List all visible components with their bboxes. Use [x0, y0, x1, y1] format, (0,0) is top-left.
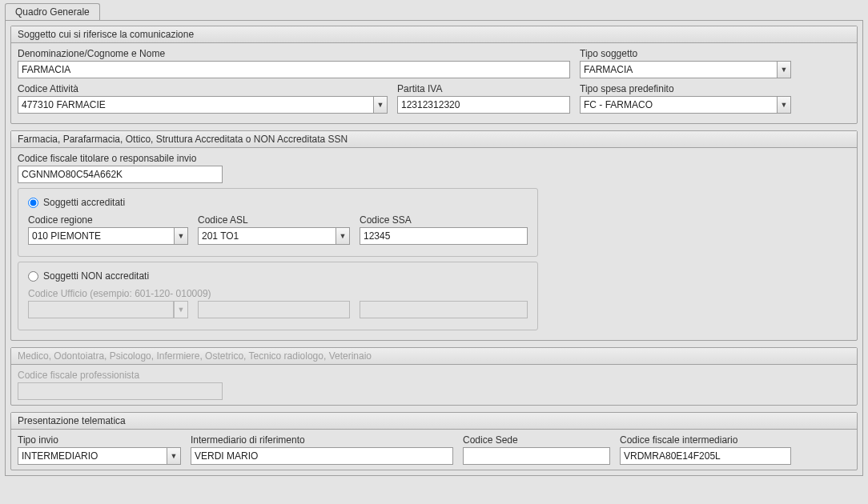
section-presentazione-title: Presentazione telematica: [11, 413, 857, 430]
section-medico: Medico, Odontoiatra, Psicologo, Infermie…: [10, 347, 858, 406]
tab-strip: Quadro Generale: [0, 0, 868, 20]
main-panel: Soggetto cui si riferisce la comunicazio…: [5, 20, 863, 476]
partita-iva-label: Partita IVA: [397, 83, 570, 94]
codice-ufficio-label: Codice Ufficio (esempio: 601-120- 010009…: [28, 288, 211, 299]
codice-regione-select[interactable]: ▼: [28, 227, 188, 245]
codice-ufficio-2-input: [198, 301, 350, 318]
radio-accreditati-label: Soggetti accreditati: [43, 197, 125, 208]
radio-non-accreditati[interactable]: [28, 271, 38, 282]
section-farmacia: Farmacia, Parafarmacia, Ottico, Struttur…: [10, 130, 858, 341]
denominazione-input[interactable]: [18, 61, 570, 78]
cf-titolare-label: Codice fiscale titolare o responsabile i…: [18, 153, 223, 164]
tipo-invio-select[interactable]: ▼: [18, 447, 181, 465]
intermediario-input[interactable]: [191, 447, 453, 465]
codice-ufficio-1-select: ▼: [28, 301, 188, 318]
chevron-down-icon: ▼: [777, 96, 791, 114]
cf-titolare-input[interactable]: [18, 166, 223, 183]
cf-professionista-input: [18, 382, 223, 400]
chevron-down-icon: ▼: [373, 96, 388, 114]
codice-attivita-label: Codice Attività: [18, 83, 388, 94]
section-presentazione: Presentazione telematica Tipo invio ▼ In…: [10, 412, 858, 470]
intermediario-label: Intermediario di riferimento: [191, 434, 453, 446]
radio-accreditati[interactable]: [28, 198, 38, 208]
codice-sede-label: Codice Sede: [463, 434, 610, 446]
cf-intermediario-label: Codice fiscale intermediario: [620, 434, 791, 446]
chevron-down-icon: ▼: [777, 61, 791, 78]
cf-professionista-label: Codice fiscale professionista: [18, 370, 223, 381]
codice-ssa-label: Codice SSA: [360, 214, 528, 226]
radio-non-accreditati-label: Soggetti NON accreditati: [43, 270, 149, 282]
chevron-down-icon: ▼: [174, 301, 188, 318]
tipo-invio-label: Tipo invio: [18, 434, 181, 446]
codice-sede-input[interactable]: [463, 447, 610, 465]
section-medico-title: Medico, Odontoiatra, Psicologo, Infermie…: [11, 348, 857, 365]
codice-regione-label: Codice regione: [28, 214, 188, 226]
cf-intermediario-input[interactable]: [620, 447, 791, 465]
tipo-soggetto-select[interactable]: ▼: [580, 61, 791, 78]
fieldset-accreditati: Soggetti accreditati Codice regione ▼ Co…: [18, 188, 538, 257]
chevron-down-icon: ▼: [336, 227, 350, 245]
section-soggetto: Soggetto cui si riferisce la comunicazio…: [10, 26, 858, 124]
tab-general[interactable]: Quadro Generale: [5, 3, 100, 20]
codice-ufficio-3-input: [360, 301, 528, 318]
codice-asl-select[interactable]: ▼: [198, 227, 350, 245]
denominazione-label: Denominazione/Cognome e Nome: [18, 48, 570, 59]
section-soggetto-title: Soggetto cui si riferisce la comunicazio…: [11, 26, 857, 43]
fieldset-non-accreditati: Soggetti NON accreditati Codice Ufficio …: [18, 262, 538, 330]
tipo-spesa-select[interactable]: ▼: [580, 96, 791, 114]
tipo-spesa-label: Tipo spesa predefinito: [580, 83, 791, 94]
chevron-down-icon: ▼: [174, 227, 188, 245]
tipo-soggetto-label: Tipo soggetto: [580, 48, 791, 59]
codice-asl-label: Codice ASL: [198, 214, 350, 226]
codice-attivita-select[interactable]: ▼: [18, 96, 388, 114]
chevron-down-icon: ▼: [167, 447, 181, 465]
section-farmacia-title: Farmacia, Parafarmacia, Ottico, Struttur…: [11, 131, 857, 148]
partita-iva-input[interactable]: [397, 96, 570, 114]
codice-ssa-input[interactable]: [360, 227, 528, 245]
